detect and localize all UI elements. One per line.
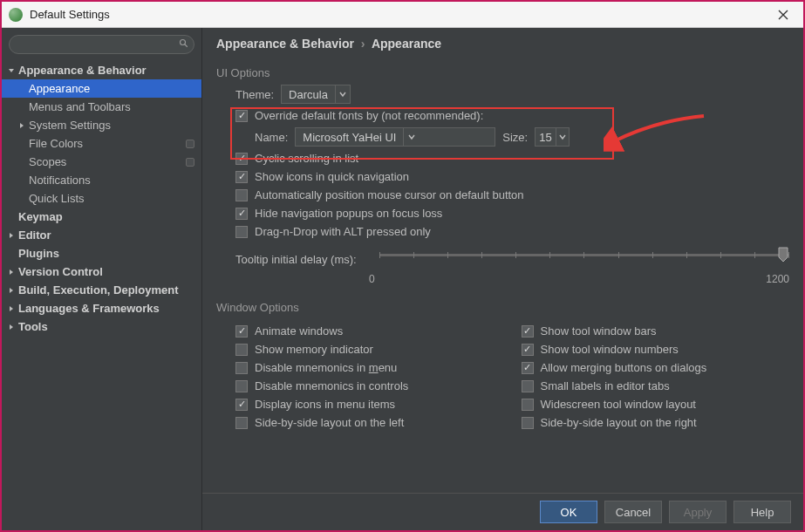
tooltip-label: Tooltip initial delay (ms): (235, 253, 371, 266)
sidebar-item[interactable]: Menus and Toolbars (2, 98, 201, 116)
checkbox-icon (235, 399, 248, 411)
font-size-select[interactable]: 15 (535, 127, 570, 147)
option-check[interactable]: Automatically position mouse cursor on d… (235, 188, 789, 201)
chevron-icon (17, 158, 26, 167)
chevron-icon (17, 140, 26, 148)
sidebar-item-label: Keymap (18, 210, 194, 223)
option-label: Cyclic scrolling in list (255, 152, 358, 165)
option-check[interactable]: Allow merging buttons on dialogs (522, 361, 790, 374)
project-badge-icon (186, 140, 194, 148)
app-icon (9, 8, 23, 22)
sidebar-item[interactable]: Build, Execution, Deployment (2, 281, 201, 299)
option-check[interactable]: Show memory indicator (235, 343, 504, 356)
chevron-icon (17, 194, 26, 203)
sidebar-item[interactable]: Version Control (2, 263, 201, 281)
slider-ticks (379, 252, 789, 259)
ok-button[interactable]: OK (540, 501, 597, 523)
sidebar-item-label: File Colors (29, 137, 182, 150)
option-check[interactable]: Side-by-side layout on the left (235, 416, 504, 429)
option-label: Show tool window numbers (541, 343, 679, 356)
option-check[interactable]: Animate windows (235, 324, 504, 338)
chevron-down-icon (556, 128, 570, 146)
sidebar-item[interactable]: Languages & Frameworks (2, 299, 201, 317)
search-icon (179, 38, 189, 49)
sidebar-item-label: Scopes (29, 155, 182, 168)
override-label: Override default fonts by (not recommend… (255, 109, 483, 122)
checkbox-icon (522, 362, 534, 374)
sidebar-item[interactable]: Plugins (2, 244, 201, 263)
option-check[interactable]: Show tool window bars (522, 324, 790, 338)
sidebar-item-label: Notifications (29, 174, 194, 187)
main-panel: Appearance & Behavior › Appearance UI Op… (202, 28, 803, 530)
option-check[interactable]: Show tool window numbers (522, 343, 790, 356)
window-options-label: Window Options (216, 301, 789, 314)
sidebar-item-label: Version Control (18, 265, 194, 278)
slider-labels: 0 1200 (369, 273, 789, 285)
option-check[interactable]: Disable mnemonics in menu (235, 361, 504, 374)
close-button[interactable] (770, 3, 796, 27)
font-name-value: Microsoft YaHei UI (296, 131, 403, 144)
override-block: Override default fonts by (not recommend… (216, 109, 789, 147)
font-size-value: 15 (536, 131, 555, 144)
font-name-select[interactable]: Microsoft YaHei UI (295, 127, 495, 147)
option-label: Show icons in quick navigation (255, 170, 409, 183)
option-check[interactable]: Drag-n-Drop with ALT pressed only (235, 225, 789, 238)
sidebar-item-label: Tools (18, 320, 194, 333)
window-title: Default Settings (30, 8, 770, 21)
checkbox-icon (235, 189, 248, 201)
svg-line-1 (185, 44, 188, 47)
chevron-icon (7, 286, 16, 295)
option-check[interactable]: Small labels in editor tabs (522, 379, 790, 392)
option-check[interactable]: Side-by-side layout on the right (522, 416, 790, 429)
option-check[interactable]: Display icons in menu items (235, 398, 504, 411)
option-label: Disable mnemonics in menu (255, 361, 397, 374)
settings-scroll[interactable]: UI Options Theme: Darcula Override defau… (202, 58, 803, 493)
sidebar-item[interactable]: Appearance & Behavior (2, 61, 201, 79)
window-options-right: Show tool window barsShow tool window nu… (522, 319, 790, 434)
checkbox-icon (235, 208, 248, 220)
option-label: Widescreen tool window layout (541, 398, 696, 411)
sidebar-item[interactable]: Scopes (2, 153, 201, 171)
option-check[interactable]: Disable mnemonics in controls (235, 379, 504, 392)
theme-value: Darcula (282, 88, 335, 101)
override-fonts-check[interactable]: Override default fonts by (not recommend… (235, 109, 789, 122)
sidebar-item[interactable]: Editor (2, 226, 201, 244)
sidebar-item[interactable]: Tools (2, 317, 201, 336)
apply-button[interactable]: Apply (669, 501, 727, 523)
svg-point-0 (181, 40, 186, 45)
option-check[interactable]: Widescreen tool window layout (522, 398, 790, 411)
option-label: Drag-n-Drop with ALT pressed only (255, 225, 431, 238)
chevron-icon (7, 268, 16, 276)
sidebar: Appearance & BehaviorAppearanceMenus and… (2, 28, 202, 530)
tooltip-delay-row: Tooltip initial delay (ms): (235, 249, 789, 269)
sidebar-item[interactable]: Keymap (2, 208, 201, 226)
option-label: Side-by-side layout on the right (541, 416, 697, 429)
window-options-left: Animate windowsShow memory indicatorDisa… (235, 319, 504, 434)
sidebar-item-label: Appearance & Behavior (18, 64, 194, 77)
theme-select[interactable]: Darcula (281, 85, 351, 104)
sidebar-item[interactable]: Notifications (2, 171, 201, 189)
tooltip-delay-slider[interactable] (379, 249, 789, 269)
breadcrumb-sep: › (361, 37, 365, 51)
theme-label: Theme: (235, 88, 274, 101)
help-button[interactable]: Help (733, 501, 791, 523)
sidebar-item-label: Build, Execution, Deployment (18, 283, 194, 297)
checkbox-icon (235, 362, 248, 374)
option-check[interactable]: Show icons in quick navigation (235, 170, 789, 183)
titlebar: Default Settings (2, 2, 803, 28)
cancel-button[interactable]: Cancel (604, 501, 662, 523)
search-input[interactable] (9, 35, 194, 54)
option-label: Show memory indicator (255, 343, 373, 356)
sidebar-item-label: Menus and Toolbars (29, 100, 194, 113)
checkbox-icon (522, 399, 534, 411)
sidebar-item[interactable]: Appearance (2, 79, 201, 98)
option-check[interactable]: Cyclic scrolling in list (235, 152, 789, 165)
chevron-icon (7, 323, 16, 331)
sidebar-item[interactable]: System Settings (2, 116, 201, 134)
slider-handle-icon (777, 247, 789, 263)
checkbox-icon (235, 344, 248, 356)
option-check[interactable]: Hide navigation popups on focus loss (235, 207, 789, 220)
sidebar-item[interactable]: Quick Lists (2, 189, 201, 208)
sidebar-item[interactable]: File Colors (2, 134, 201, 153)
font-row: Name: Microsoft YaHei UI Size: 15 (255, 127, 789, 147)
